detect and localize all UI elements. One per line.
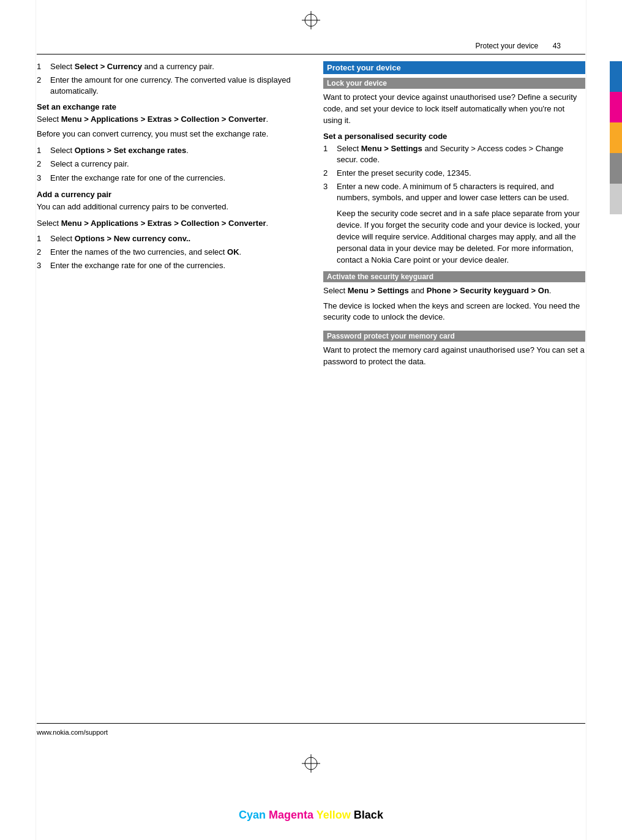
protect-device-section: Protect your device Lock your device Wan… xyxy=(323,61,585,368)
set-exchange-rate-para: Before you can convert currency, you mus… xyxy=(37,129,299,140)
add-currency-pair-nav: Select Menu > Applications > Extras > Co… xyxy=(37,218,299,230)
password-protect-section: Password protect your memory card Want t… xyxy=(323,331,585,368)
security-keyguard-section: Activate the security keyguard Select Me… xyxy=(323,271,585,324)
exchange-step-2: 2 Select a currency pair. xyxy=(37,159,299,170)
password-protect-heading: Password protect your memory card xyxy=(323,331,585,342)
footer-rule xyxy=(37,723,585,724)
add-currency-pair-section: Add a currency pair You can add addition… xyxy=(37,190,299,271)
security-step-1: 1 Select Menu > Settings and Security > … xyxy=(323,143,585,165)
list-item-2: 2 Enter the amount for one currency. The… xyxy=(37,75,299,97)
left-column: 1 Select Select > Currency and a currenc… xyxy=(37,61,305,373)
add-currency-steps: 1 Select Options > New currency conv.. 2… xyxy=(37,233,299,272)
security-step-2: 2 Enter the preset security code, 12345. xyxy=(323,168,585,179)
set-exchange-rate-section: Set an exchange rate Select Menu > Appli… xyxy=(37,102,299,184)
add-currency-pair-heading: Add a currency pair xyxy=(37,190,299,199)
cmyk-yellow: Yellow xyxy=(317,809,351,821)
lock-device-heading: Lock your device xyxy=(323,78,585,89)
reg-mark-top-center xyxy=(302,11,320,29)
color-strip-light-gray xyxy=(610,184,622,214)
color-strip-magenta xyxy=(610,92,622,122)
margin-line-right xyxy=(586,0,586,840)
add-currency-step-1: 1 Select Options > New currency conv.. xyxy=(37,233,299,244)
add-currency-pair-intro: You can add additional currency pairs to… xyxy=(37,201,299,213)
page-header: Protect your device 43 xyxy=(476,42,561,50)
set-exchange-rate-heading: Set an exchange rate xyxy=(37,102,299,111)
color-strip-yellow xyxy=(610,122,622,153)
security-code-section: Set a personalised security code 1 Selec… xyxy=(323,132,585,266)
password-protect-para: Want to protect the memory card against … xyxy=(323,345,585,368)
two-col-layout: 1 Select Select > Currency and a currenc… xyxy=(37,61,585,373)
header-title: Protect your device xyxy=(476,42,539,50)
protect-device-heading: Protect your device xyxy=(323,61,585,74)
security-keyguard-heading: Activate the security keyguard xyxy=(323,271,585,282)
exchange-rate-steps: 1 Select Options > Set exchange rates. 2… xyxy=(37,145,299,184)
color-strip xyxy=(610,61,622,214)
color-strip-blue xyxy=(610,61,622,92)
security-step-3: 3 Enter a new code. A minimum of 5 chara… xyxy=(323,181,585,203)
right-column: Protect your device Lock your device Wan… xyxy=(317,61,585,373)
security-code-note: Keep the security code secret and in a s… xyxy=(337,208,585,266)
lock-device-para: Want to protect your device against unau… xyxy=(323,92,585,127)
set-exchange-rate-nav: Select Menu > Applications > Extras > Co… xyxy=(37,114,299,126)
list-item-1: 1 Select Select > Currency and a currenc… xyxy=(37,61,299,72)
reg-mark-bottom-center xyxy=(302,754,320,773)
cmyk-label: Cyan Magenta Yellow Black xyxy=(0,809,622,822)
cmyk-cyan: Cyan xyxy=(239,809,266,821)
security-keyguard-para: The device is locked when the keys and s… xyxy=(323,301,585,324)
security-keyguard-nav: Select Menu > Settings and Phone > Secur… xyxy=(323,285,585,297)
margin-line-left xyxy=(36,0,36,840)
page-number: 43 xyxy=(553,42,561,50)
header-rule xyxy=(37,54,585,54)
cmyk-magenta: Magenta xyxy=(269,809,313,821)
exchange-step-3: 3 Enter the exchange rate for one of the… xyxy=(37,173,299,184)
page-container: Protect your device 43 1 Select Select >… xyxy=(0,0,622,840)
add-currency-step-2: 2 Enter the names of the two currencies,… xyxy=(37,247,299,258)
cmyk-black: Black xyxy=(354,809,383,821)
security-code-heading: Set a personalised security code xyxy=(323,132,585,141)
initial-list: 1 Select Select > Currency and a currenc… xyxy=(37,61,299,97)
security-code-steps: 1 Select Menu > Settings and Security > … xyxy=(323,143,585,204)
color-strip-gray xyxy=(610,153,622,184)
footer-url: www.nokia.com/support xyxy=(37,729,108,736)
footer-text: www.nokia.com/support xyxy=(37,729,108,736)
exchange-step-1: 1 Select Options > Set exchange rates. xyxy=(37,145,299,156)
add-currency-step-3: 3 Enter the exchange rate for one of the… xyxy=(37,260,299,271)
content-area: 1 Select Select > Currency and a currenc… xyxy=(37,61,585,730)
